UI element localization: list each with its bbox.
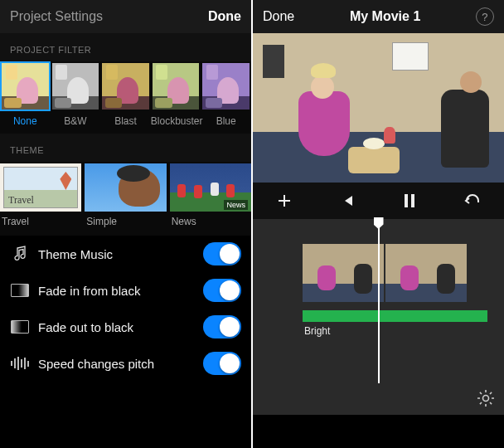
clip[interactable]	[303, 244, 384, 302]
editor-pane: Done My Movie 1 ?	[253, 0, 504, 448]
theme-strip[interactable]: Travel Travel Simple News News	[0, 162, 251, 236]
playhead[interactable]	[378, 219, 380, 383]
toggle-label: Speed changes pitch	[38, 357, 203, 371]
switch[interactable]	[203, 352, 241, 375]
fade-in-icon	[10, 282, 30, 299]
skip-back-button[interactable]	[316, 193, 379, 208]
filter-label: Blockbuster	[151, 111, 201, 134]
playback-controls	[253, 183, 504, 219]
fade-out-icon	[10, 319, 30, 335]
theme-news[interactable]: News News	[170, 163, 251, 234]
switch[interactable]	[203, 315, 241, 338]
svg-point-2	[483, 396, 489, 402]
filter-bw[interactable]: B&W	[51, 61, 101, 134]
theme-label: Simple	[85, 212, 166, 234]
svg-rect-0	[405, 194, 408, 207]
done-button[interactable]: Done	[263, 9, 294, 24]
filter-blue[interactable]: Blue	[201, 61, 251, 134]
pause-button[interactable]	[379, 193, 442, 208]
filter-label: B&W	[51, 111, 101, 134]
switch[interactable]	[203, 279, 241, 302]
project-title: My Movie 1	[350, 9, 420, 24]
toggle-label: Fade out to black	[38, 320, 203, 334]
filter-label: Blast	[100, 111, 151, 134]
add-media-button[interactable]	[253, 192, 316, 209]
settings-header: Project Settings Done	[0, 0, 251, 33]
toggle-fade-in[interactable]: Fade in from black	[0, 272, 251, 309]
theme-label: THEME	[0, 134, 251, 162]
filter-strip[interactable]: None B&W Blast Blockbuster Blue	[0, 61, 251, 134]
filter-blast[interactable]: Blast	[100, 61, 151, 134]
theme-travel[interactable]: Travel Travel	[0, 163, 81, 234]
filter-label: None	[0, 111, 51, 134]
settings-pane: Project Settings Done PROJECT FILTER Non…	[0, 0, 253, 448]
svg-rect-1	[411, 194, 414, 207]
settings-gear-button[interactable]	[476, 388, 496, 408]
toggle-label: Fade in from black	[38, 284, 203, 298]
clip[interactable]	[385, 244, 467, 302]
done-button[interactable]: Done	[208, 9, 241, 24]
settings-title: Project Settings	[10, 9, 103, 24]
toggle-label: Theme Music	[38, 247, 203, 261]
news-badge: News	[224, 200, 248, 210]
toggle-theme-music[interactable]: Theme Music	[0, 236, 251, 272]
filter-label: Blue	[201, 111, 251, 134]
theme-label: Travel	[0, 212, 81, 234]
video-preview[interactable]	[253, 33, 504, 183]
audio-track[interactable]	[303, 310, 487, 322]
waveform-icon	[10, 355, 30, 372]
filter-blockbuster[interactable]: Blockbuster	[151, 61, 201, 134]
theme-simple[interactable]: Simple	[85, 163, 166, 234]
help-icon: ?	[482, 11, 487, 23]
timeline[interactable]: Bright	[253, 219, 504, 415]
project-filter-label: PROJECT FILTER	[0, 33, 251, 61]
editor-header: Done My Movie 1 ?	[253, 0, 504, 33]
toggle-speed-pitch[interactable]: Speed changes pitch	[0, 345, 251, 382]
music-icon	[10, 246, 30, 262]
toggle-fade-out[interactable]: Fade out to black	[0, 309, 251, 345]
filter-none[interactable]: None	[0, 61, 51, 134]
help-button[interactable]: ?	[476, 7, 494, 26]
theme-label: News	[170, 212, 251, 234]
audio-label: Bright	[304, 325, 330, 337]
switch[interactable]	[203, 242, 241, 265]
undo-button[interactable]	[441, 193, 504, 208]
